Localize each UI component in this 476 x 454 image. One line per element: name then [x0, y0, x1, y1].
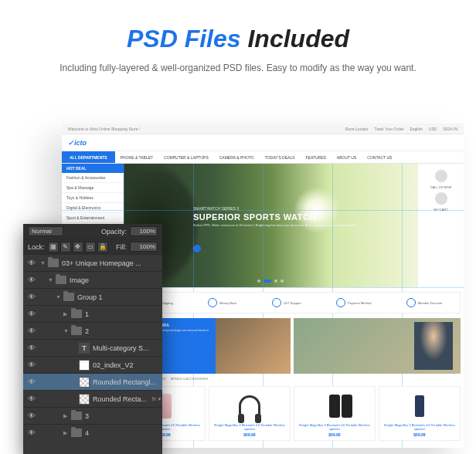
product-image: [239, 395, 260, 417]
layer-row[interactable]: 👁▼Image: [23, 272, 162, 289]
layer-fx-icon[interactable]: fx ▾: [152, 396, 161, 402]
visibility-eye-icon[interactable]: 👁: [23, 276, 40, 284]
visibility-eye-icon[interactable]: 👁: [23, 429, 40, 437]
disclosure-arrow[interactable]: ▶: [63, 311, 71, 317]
layer-row[interactable]: 👁▶1: [23, 306, 162, 323]
logo[interactable]: icto: [68, 139, 87, 147]
layer-thumb: [79, 394, 90, 405]
feature-item: Money Back: [208, 298, 236, 307]
visibility-eye-icon[interactable]: 👁: [23, 361, 40, 369]
opacity-input[interactable]: 100%: [130, 226, 158, 236]
feature-icon: [336, 298, 345, 307]
layer-row[interactable]: 👁▶4: [23, 425, 162, 439]
product-name: IKnight MagicBox II Bluetooth 4.0 Portab…: [298, 424, 372, 432]
visibility-eye-icon[interactable]: 👁: [23, 378, 40, 386]
layer-row[interactable]: 👁02_index_V2: [23, 357, 162, 374]
nav-item[interactable]: FEATURES: [301, 155, 332, 160]
product-row: IKnight MagicBox II Bluetooth 4.0 Portab…: [124, 378, 461, 441]
features-bar: Free Shipping Money Back 24/7 Support Pa…: [124, 292, 461, 313]
nav-departments[interactable]: ALL DEPARTMENTS: [62, 151, 115, 163]
feature-icon: [208, 298, 217, 307]
disclosure-arrow[interactable]: ▼: [56, 294, 63, 300]
lock-all-icon[interactable]: 🔒: [97, 242, 108, 252]
category-item[interactable]: Spa & Massage: [62, 183, 124, 193]
banner-button[interactable]: [193, 245, 201, 252]
category-item[interactable]: Fashion & Accessories: [62, 173, 124, 183]
layer-row[interactable]: 👁▼Group 1: [23, 289, 162, 306]
product-name: IKnight MagicBox II Bluetooth 4.0 Portab…: [212, 424, 287, 432]
feature-item: Member Discount: [406, 298, 442, 307]
nav-item[interactable]: COMPUTER & LAPTOPS: [158, 155, 214, 160]
text-layer-icon: T: [79, 343, 90, 354]
layer-name: Rounded Recta...: [93, 395, 152, 403]
disclosure-arrow[interactable]: ▼: [63, 328, 71, 334]
category-item[interactable]: Sport & Entertainment: [62, 213, 124, 223]
visibility-eye-icon[interactable]: 👁: [23, 310, 40, 318]
disclosure-arrow[interactable]: ▶: [63, 430, 71, 436]
folder-icon: [71, 310, 82, 318]
layer-thumb: [79, 377, 90, 388]
visibility-eye-icon[interactable]: 👁: [23, 395, 40, 403]
product-card[interactable]: IKnight MagicBox II Bluetooth 4.0 Portab…: [209, 386, 291, 441]
lock-brush-icon[interactable]: ✎: [60, 242, 71, 252]
visibility-eye-icon[interactable]: 👁: [23, 412, 40, 420]
lock-move-icon[interactable]: ✥: [73, 242, 83, 252]
disclosure-arrow[interactable]: ▼: [40, 260, 48, 266]
folder-icon: [56, 276, 66, 284]
feature-label: 24/7 Support: [284, 301, 301, 305]
hero-title: PSD Files Included: [15, 25, 461, 53]
layer-row[interactable]: 👁Rounded Recta...fx ▾: [23, 391, 162, 408]
product-card[interactable]: IKnight MagicBox II Bluetooth 4.0 Portab…: [294, 386, 376, 441]
nav-item[interactable]: TODAY'S DEALS: [260, 155, 301, 160]
layer-row[interactable]: 👁▼03+ Unique Homepage ...: [23, 255, 162, 272]
phone-label: CALL US NOW: [421, 185, 461, 189]
fill-input[interactable]: 100%: [130, 242, 158, 252]
layer-row[interactable]: 👁▶3: [23, 408, 162, 425]
feature-label: Money Back: [219, 301, 236, 305]
feature-item: 24/7 Support: [272, 298, 301, 307]
nav-item[interactable]: PHONE & TABLET: [115, 155, 158, 160]
topbar-link[interactable]: Store Locator: [345, 127, 368, 131]
visibility-eye-icon[interactable]: 👁: [23, 327, 40, 335]
layer-name: 4: [85, 429, 162, 437]
disclosure-arrow[interactable]: ▶: [63, 413, 71, 419]
layer-row[interactable]: 👁Rounded Rectangl...: [23, 374, 162, 391]
signin-link[interactable]: SIGN IN: [443, 127, 457, 131]
layer-row[interactable]: 👁TMulti-category S...: [23, 340, 162, 357]
visibility-eye-icon[interactable]: 👁: [23, 259, 40, 267]
topbar-link[interactable]: English: [410, 127, 422, 131]
nav-item[interactable]: CONTACT US: [362, 155, 397, 160]
product-card[interactable]: IKnight MagicBox II Bluetooth 4.0 Portab…: [379, 386, 461, 441]
lock-transparency-icon[interactable]: ▦: [48, 242, 59, 252]
blend-mode-select[interactable]: Normal: [28, 226, 63, 236]
topbar-link[interactable]: Track Your Order: [375, 127, 404, 131]
nav-item[interactable]: CAMERA & PHOTO: [214, 155, 260, 160]
layers-list: 👁▼03+ Unique Homepage ...👁▼Image👁▼Group …: [23, 255, 162, 439]
folder-icon: [71, 327, 82, 335]
layer-name: Group 1: [77, 293, 162, 301]
cart-icon[interactable]: [435, 192, 447, 205]
category-item[interactable]: Digital & Electronics: [62, 203, 124, 213]
nav-item[interactable]: ABOUT US: [332, 155, 362, 160]
product-price: $69.99: [382, 432, 457, 437]
product-name: IKnight MagicBox II Bluetooth 4.0 Portab…: [382, 424, 457, 432]
promo-banner[interactable]: [294, 318, 461, 374]
hero: PSD Files Included Including fully-layer…: [0, 0, 476, 89]
topbar-link[interactable]: USD: [429, 127, 437, 131]
layer-row[interactable]: 👁▼2: [23, 323, 162, 340]
hot-deal-label: HOT DEAL: [62, 164, 124, 173]
layer-name: 2: [85, 327, 162, 335]
lock-artboard-icon[interactable]: ▭: [85, 242, 96, 252]
visibility-eye-icon[interactable]: 👁: [23, 293, 40, 301]
layer-name: Image: [70, 276, 162, 284]
hero-title-blue: PSD Files: [127, 25, 241, 53]
product-image: [415, 395, 424, 417]
carousel-dots[interactable]: [257, 280, 284, 283]
disclosure-arrow[interactable]: ▼: [48, 277, 56, 283]
category-item[interactable]: Toys & Hobbies: [62, 193, 124, 203]
fill-label: Fill:: [116, 243, 127, 251]
visibility-eye-icon[interactable]: 👁: [23, 344, 40, 352]
feature-icon: [406, 298, 416, 307]
cart-sidebar: CALL US NOW MY CART: [417, 164, 464, 287]
layer-name: Multi-category S...: [93, 344, 162, 352]
